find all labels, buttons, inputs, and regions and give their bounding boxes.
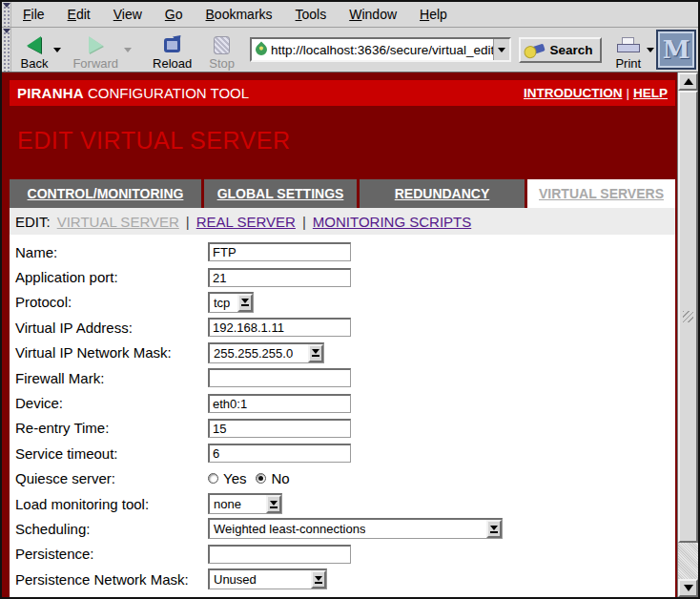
chevron-down-icon [486,520,502,538]
reentry-time-field[interactable] [208,419,351,438]
scrollbar-thumb[interactable] [678,91,698,543]
reload-button[interactable]: Reload [149,29,196,71]
form-row-quiesce-server: Quiesce server: Yes No [15,466,675,491]
chevron-down-icon [266,495,281,513]
introduction-link[interactable]: INTRODUCTION [524,86,623,100]
arrow-down-icon [684,585,693,591]
form-row-name: Name: [15,239,675,264]
form-row-load-monitoring: Load monitoring tool: none [15,491,675,516]
print-icon [617,37,640,52]
mozilla-logo[interactable]: M [656,30,696,70]
persistence-field[interactable] [208,545,351,564]
form-row-protocol: Protocol: tcp [15,290,675,315]
subnav-current-virtual-server: VIRTUAL SERVER [57,214,179,230]
subnav-prefix: EDIT: [15,214,51,230]
print-button[interactable]: Print [611,29,645,71]
scroll-up-button[interactable] [678,72,698,91]
form-row-service-timeout: Service timeout: [15,441,675,465]
header-links: INTRODUCTION|HELP [524,86,668,100]
tab-bar: CONTROL/MONITORING GLOBAL SETTINGS REDUN… [10,179,675,208]
help-link[interactable]: HELP [633,86,668,100]
scheduling-select[interactable]: Weighted least-connections [208,518,503,539]
stop-icon [214,36,230,54]
virtual-ip-field[interactable] [208,318,351,337]
chevron-down-icon [498,48,505,52]
chevron-down-icon [308,344,323,362]
form-row-scheduling: Scheduling: Weighted least-connections [15,516,675,541]
thumb-grip-icon [683,311,693,322]
menu-tools[interactable]: Tools [284,7,339,22]
menu-bookmarks[interactable]: Bookmarks [195,7,284,22]
back-button[interactable]: Back [17,29,52,71]
url-input[interactable] [271,43,493,57]
brand-title: PIRANHA CONFIGURATION TOOL [17,85,249,101]
print-dropdown-icon[interactable] [647,48,654,52]
edit-subnav: EDIT: VIRTUAL SERVER | REAL SERVER | MON… [10,208,675,235]
forward-dropdown-icon[interactable] [124,48,132,52]
forward-button[interactable]: Forward [69,29,122,71]
toolbar-grippy[interactable] [2,28,11,72]
arrow-up-icon [684,78,693,85]
tab-virtual-servers[interactable]: VIRTUAL SERVERS [527,179,675,208]
page-title: EDIT VIRTUAL SERVER [17,128,675,154]
back-icon [27,36,41,53]
persistence-mask-select[interactable]: Unused [208,568,327,589]
subnav-link-real-server[interactable]: REAL SERVER [196,214,296,230]
form-row-persistence: Persistence: [15,542,675,567]
forward-icon [89,36,103,53]
firewall-mark-field[interactable] [208,368,351,387]
menu-file[interactable]: File [11,7,56,22]
quiesce-no-radio[interactable] [256,473,266,484]
menu-help[interactable]: Help [408,7,459,22]
url-bar [250,37,511,62]
search-button[interactable]: Search [519,37,602,63]
service-timeout-field[interactable] [208,444,351,463]
form-row-virtual-ip: Virtual IP Address: [15,315,675,340]
menu-edit[interactable]: Edit [56,7,102,22]
chevron-down-icon [311,570,326,589]
chevron-down-icon [237,294,253,312]
quiesce-yes-radio[interactable] [208,473,218,484]
url-history-dropdown[interactable] [493,39,509,60]
piranha-page: PIRANHA CONFIGURATION TOOL INTRODUCTION|… [2,72,677,597]
scroll-down-button[interactable] [678,579,698,597]
tab-global-settings[interactable]: GLOBAL SETTINGS [204,179,357,208]
tab-control-monitoring[interactable]: CONTROL/MONITORING [10,179,201,208]
menubar-grippy[interactable] [2,2,11,27]
bookmark-page-icon[interactable] [254,42,270,58]
form-row-persistence-mask: Persistence Network Mask: Unused [15,567,675,591]
browser-content: PIRANHA CONFIGURATION TOOL INTRODUCTION|… [2,72,698,597]
application-port-field[interactable] [208,268,351,287]
navigation-toolbar: Back Forward Reload Stop Search [2,28,698,72]
menu-bar: File Edit View Go Bookmarks Tools Window… [2,2,698,28]
vertical-scrollbar [677,72,698,597]
device-field[interactable] [208,394,351,413]
menu-go[interactable]: Go [154,7,195,22]
virtual-ip-mask-select[interactable]: 255.255.255.0 [208,342,324,363]
load-monitoring-select[interactable]: none [208,493,282,514]
tab-redundancy[interactable]: REDUNDANCY [360,179,525,208]
menu-view[interactable]: View [102,7,154,22]
brand-bar: PIRANHA CONFIGURATION TOOL INTRODUCTION|… [10,80,675,106]
browser-window: File Edit View Go Bookmarks Tools Window… [0,0,700,599]
back-dropdown-icon[interactable] [53,48,61,52]
reload-icon [164,38,180,52]
form-row-application-port: Application port: [15,264,675,289]
protocol-select[interactable]: tcp [208,292,254,313]
form-row-firewall-mark: Firewall Mark: [15,365,675,390]
form-row-device: Device: [15,390,675,415]
menu-window[interactable]: Window [338,7,408,22]
form-row-reentry-time: Re-entry Time: [15,416,675,441]
form-row-virtual-ip-mask: Virtual IP Network Mask: 255.255.255.0 [15,341,675,365]
search-icon [528,44,546,56]
scrollbar-track[interactable] [678,543,698,579]
stop-button[interactable]: Stop [205,29,238,71]
subnav-link-monitoring-scripts[interactable]: MONITORING SCRIPTS [313,214,471,230]
virtual-server-form: Name: Application port: Protocol: tcp Vi… [10,235,675,597]
name-field[interactable] [208,242,351,261]
quiesce-radio-group: Yes No [208,470,299,486]
